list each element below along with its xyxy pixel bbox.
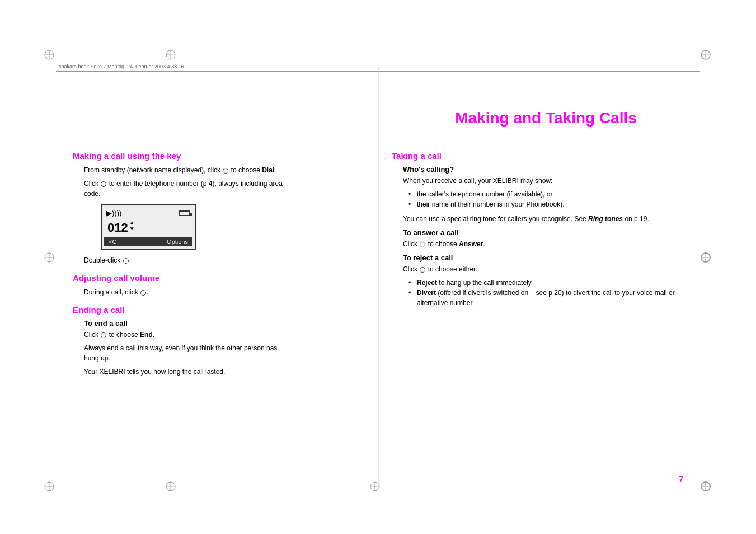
circle-icon-2 [101,181,106,187]
battery-icon [179,210,190,216]
print-mark-top-right [700,49,711,60]
taking-call-bullets: the caller's telephone number (if availa… [403,189,683,209]
bottom-divider [56,489,700,489]
up-arrow: ▲▼ [129,219,135,232]
reject-bullet-1: Reject to hang up the call immediately [408,278,683,288]
right-column: Taking a call Who's calling? When you re… [392,151,683,316]
softkey-right: Options [167,238,188,245]
subheading-end-call: To end a call [84,319,285,327]
section-adjusting-volume: Adjusting call volume During a call, cli… [73,273,285,297]
print-mark-br [700,481,711,492]
bullet-item-2: their name (if their number is in your P… [408,199,683,209]
subheading-reject-call: To reject a call [403,254,683,262]
making-call-para1: From standby (network name displayed), c… [84,165,285,175]
section-ending-call: Ending a call To end a call Click to cho… [73,305,285,377]
phone-softkeys: <C Options [104,237,192,246]
ring-tones-para: You can use a special ring tone for call… [403,214,683,224]
section-heading-ending: Ending a call [73,305,285,315]
reject-call-intro: Click to choose either: [403,264,683,274]
phone-display: ▶)))) 012▲▼ <C Options [101,204,196,250]
ring-tones-link: Ring tones [588,215,623,223]
reject-call-bullets: Reject to hang up the call immediately D… [403,278,683,308]
section-heading-taking: Taking a call [392,151,683,161]
ending-call-para1: Click to choose End. [84,330,285,340]
circle-icon-4 [140,290,146,296]
signal-icon: ▶)))) [106,209,121,217]
page-number: 7 [679,475,683,484]
circle-icon-reject [420,267,425,273]
answer-call-text: Click to choose Answer. [403,239,683,249]
section-heading-making-call: Making a call using the key [73,151,285,161]
adjusting-volume-para1: During a call, click . [84,287,285,297]
print-mark-bcl [165,481,176,492]
print-mark-bl [44,481,55,492]
section-heading-volume: Adjusting call volume [73,273,285,283]
circle-icon-3 [123,258,129,264]
phone-number-display: 012▲▼ [104,218,192,237]
softkey-left: <C [109,238,116,245]
print-mark-tl [44,49,55,60]
print-mark-bc [369,481,381,492]
making-call-para2: Click to enter the telephone number (p 4… [84,179,285,199]
center-divider [378,67,378,489]
bullet-item-1: the caller's telephone number (if availa… [408,189,683,199]
taking-call-para1: When you receive a call, your XELIBRI ma… [403,176,683,186]
print-mark-ml [44,252,55,263]
circle-icon-1 [223,168,228,174]
section-making-call: Making a call using the key From standby… [73,151,285,265]
print-mark-tr-left [165,49,176,60]
circle-icon-5 [101,332,106,338]
print-mark-mr [700,252,711,263]
subheading-whos-calling: Who's calling? [403,165,683,174]
ending-call-para3: Your XELIBRI tells you how long the call… [84,367,285,377]
section-taking-call: Taking a call Who's calling? When you re… [392,151,683,308]
circle-icon-answer [420,242,425,247]
ending-call-para2: Always end a call this way, even if you … [84,343,285,363]
page-container: shakara.book Seite 7 Montag, 24. Februar… [0,0,756,534]
page-title: Making and Taking Calls [392,109,700,127]
reject-bullet-2: Divert (offered if divert is switched on… [408,288,683,308]
left-column: Making a call using the key From standby… [73,78,285,385]
header-text: shakara.book Seite 7 Montag, 24. Februar… [59,64,184,69]
subheading-answer-call: To answer a call [403,228,683,237]
making-call-para3: Double-click . [84,255,285,265]
